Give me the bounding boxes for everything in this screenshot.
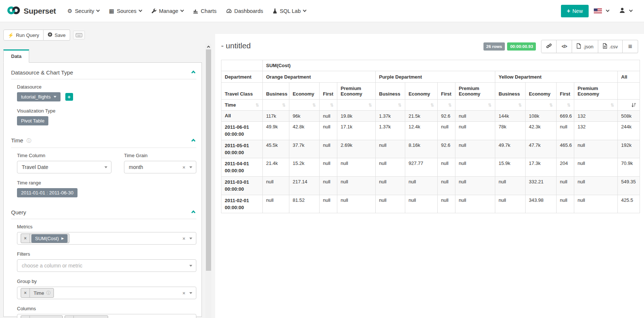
control-panel-column: ⚡ Run Query Save <box>0 22 213 318</box>
sort-icon: ⇅ <box>488 103 492 108</box>
datasource-value: tutorial_flights <box>21 94 51 100</box>
new-button[interactable]: + New <box>561 5 589 17</box>
scrollbar-thumb[interactable] <box>206 49 211 271</box>
us-flag-icon <box>594 8 602 13</box>
sort-header[interactable]: ⇅ <box>574 100 618 111</box>
metric-token[interactable]: × SUM(Cost) ▶ <box>21 234 69 243</box>
remove-token-icon[interactable]: × <box>21 316 30 318</box>
column-token[interactable]: × Travel Class <box>65 315 108 318</box>
keyboard-shortcuts-button[interactable] <box>73 31 85 39</box>
sort-icon: ⇅ <box>398 103 402 108</box>
collapse-chevron-icon[interactable] <box>191 139 195 143</box>
nav-sql-lab[interactable]: SQL Lab <box>268 0 311 22</box>
time-grain-label: Time Grain <box>124 153 196 158</box>
metrics-select[interactable]: × SUM(Cost) ▶ × <box>17 232 196 245</box>
nav-charts-label: Charts <box>201 8 217 14</box>
sort-header[interactable] <box>618 100 640 111</box>
sort-icon: ⇅ <box>518 103 522 108</box>
chevron-down-icon <box>180 8 184 12</box>
sort-header[interactable]: ⇅ <box>438 100 455 111</box>
sort-header[interactable]: ⇅ <box>455 100 495 111</box>
chart-title[interactable]: - untitled <box>221 40 251 50</box>
value-cell: null <box>320 177 337 195</box>
clear-icon[interactable]: × <box>182 165 185 170</box>
chevron-down-icon <box>54 96 56 98</box>
nav-charts[interactable]: Charts <box>188 0 221 22</box>
language-selector[interactable] <box>589 8 614 13</box>
clear-icon[interactable]: × <box>182 290 185 296</box>
panel-scrollbar[interactable] <box>205 44 211 318</box>
value-cell: 21.4k <box>263 158 289 177</box>
file-json-icon <box>576 43 581 50</box>
add-datasource-button[interactable]: + <box>65 93 73 101</box>
tab-data[interactable]: Data <box>3 49 29 63</box>
nav-sql-lab-label: SQL Lab <box>280 8 301 14</box>
value-cell: null <box>557 195 574 213</box>
travel-class-header: Premium Economy <box>337 83 376 100</box>
run-query-button[interactable]: ⚡ Run Query <box>3 30 44 41</box>
value-cell: 15.9k <box>495 158 526 177</box>
sort-header[interactable]: ⇅ <box>526 100 557 111</box>
value-cell: 19.8k <box>337 111 376 122</box>
columns-select[interactable]: × Department × Travel Class × <box>17 314 196 318</box>
sort-header[interactable]: ⇅ <box>495 100 526 111</box>
superset-logo[interactable]: Superset <box>7 6 56 17</box>
value-cell: 465.6 <box>557 140 574 158</box>
column-token[interactable]: × Department <box>21 315 63 318</box>
time-grain-select[interactable]: month × <box>124 161 196 173</box>
value-cell: 42.8k <box>289 122 320 140</box>
pivot-table: SUM(Cost)DepartmentOrange DepartmentPurp… <box>221 60 640 213</box>
remove-token-icon[interactable]: × <box>21 288 30 297</box>
sort-header-time[interactable]: Time⇅ <box>221 100 263 111</box>
value-cell: null <box>263 177 289 195</box>
export-csv-button[interactable]: .csv <box>598 40 623 53</box>
collapse-chevron-icon[interactable] <box>191 70 195 75</box>
remove-token-icon[interactable]: × <box>21 234 30 243</box>
sort-header[interactable]: ⇅ <box>557 100 574 111</box>
collapse-chevron-icon[interactable] <box>191 210 195 214</box>
export-json-button[interactable]: .json <box>572 40 598 53</box>
time-column-select[interactable]: Travel Date <box>17 161 111 173</box>
more-options-button[interactable]: ≡ <box>623 40 638 53</box>
nav-dashboards[interactable]: Dashboards <box>221 0 268 22</box>
groupby-token[interactable]: × Time ⓘ <box>21 288 54 298</box>
nav-sources[interactable]: ▦ Sources <box>104 0 146 22</box>
save-label: Save <box>55 32 66 38</box>
share-link-button[interactable] <box>541 40 557 53</box>
time-range-button[interactable]: 2011-01-01 : 2011-06-30 <box>17 188 78 197</box>
dimension-label: Department <box>221 71 263 83</box>
filters-select[interactable]: choose a column or metric <box>17 259 196 272</box>
embed-code-button[interactable]: </> <box>557 40 572 53</box>
user-menu[interactable] <box>614 7 637 15</box>
value-cell: null <box>376 195 405 213</box>
sort-header[interactable]: ⇅ <box>320 100 337 111</box>
viz-type-select[interactable]: Pivot Table <box>17 116 48 125</box>
sort-header[interactable]: ⇅ <box>263 100 289 111</box>
value-cell: null <box>455 195 495 213</box>
sort-header[interactable]: ⇅ <box>405 100 438 111</box>
metric-pill[interactable]: SUM(Cost) ▶ <box>31 234 68 243</box>
time-cell: 2011-03-0100:00:00 <box>221 177 263 195</box>
groupby-select[interactable]: × Time ⓘ × <box>17 287 196 299</box>
time-range-label: Time range <box>17 180 196 186</box>
chevron-down-icon <box>104 166 107 168</box>
scroll-up-arrow[interactable] <box>205 44 211 49</box>
save-button[interactable]: Save <box>44 30 70 41</box>
value-cell: 1.37k <box>376 111 405 122</box>
department-header: Purple Department <box>376 71 495 83</box>
sort-header[interactable]: ⇅ <box>337 100 376 111</box>
clear-icon[interactable]: × <box>182 236 185 241</box>
sort-header[interactable]: ⇅ <box>289 100 320 111</box>
table-row: 2011-06-0100:00:0049.9k42.8knull17.1k1.3… <box>221 122 640 140</box>
sort-icon: ⇅ <box>282 103 286 108</box>
travel-class-header: Business <box>495 83 526 100</box>
nav-security[interactable]: ⚙ Security <box>62 0 104 22</box>
remove-token-icon[interactable]: × <box>65 316 74 318</box>
datasource-select[interactable]: tutorial_flights <box>17 92 61 101</box>
value-cell: 42.3k <box>526 122 557 140</box>
nav-manage[interactable]: Manage <box>147 0 188 22</box>
sort-header[interactable]: ⇅ <box>376 100 405 111</box>
row-count-badge: 26 rows <box>483 42 505 51</box>
value-cell: 37.7k <box>289 140 320 158</box>
value-cell: 508k <box>618 111 640 122</box>
